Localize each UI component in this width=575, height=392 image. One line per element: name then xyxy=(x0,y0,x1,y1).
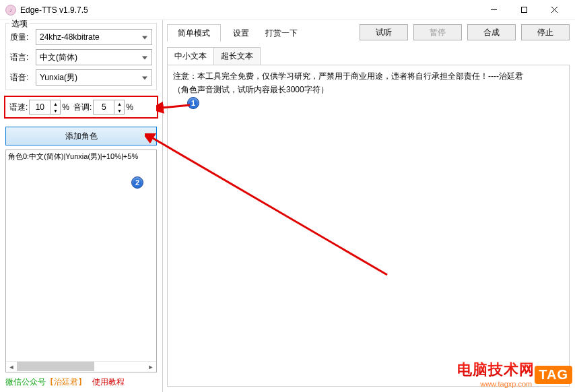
tab-label: 简单模式 xyxy=(178,28,210,39)
language-select[interactable]: 中文(简体) xyxy=(36,49,152,65)
scroll-thumb[interactable] xyxy=(17,362,94,371)
text-area[interactable]: 注意：本工具完全免费，仅供学习研究，严禁用于商业用途，违者将自行承担全部责任！-… xyxy=(167,65,570,387)
tab-donate[interactable]: 打赏一下 xyxy=(261,24,302,42)
watermark-url: www.tagxp.com xyxy=(480,380,532,388)
tab-label: 设置 xyxy=(233,28,249,39)
app-icon: ♪ xyxy=(5,5,16,15)
language-value: 中文(简体) xyxy=(40,52,77,63)
wechat-label: 微信公众号 xyxy=(5,377,46,387)
minimize-button[interactable] xyxy=(479,0,509,20)
tab-small-text[interactable]: 中小文本 xyxy=(168,48,214,65)
synthesize-button[interactable]: 合成 xyxy=(467,24,516,40)
text-line-1: 注意：本工具完全免费，仅供学习研究，严禁用于商业用途，违者将自行承担全部责任！-… xyxy=(173,69,564,83)
speed-down-icon[interactable]: ▼ xyxy=(50,107,60,114)
pitch-up-icon[interactable]: ▲ xyxy=(114,100,124,107)
quality-select[interactable]: 24khz-48kbitrate xyxy=(36,29,152,45)
scroll-left-icon[interactable]: ◄ xyxy=(6,362,17,372)
options-group-title: 选项 xyxy=(9,18,30,30)
text-line-2: （角色声音测试，试听内容最长3000字符） xyxy=(173,83,564,96)
close-button[interactable] xyxy=(539,0,570,20)
watermark: 电脑技术网 www.tagxp.com TAG xyxy=(457,360,572,389)
text-tabs: 中小文本 超长文本 xyxy=(167,47,261,65)
right-panel: 简单模式 设置 打赏一下 试听 暂停 合成 停止 中小文本 超长文本 注意：本工… xyxy=(163,20,575,392)
pitch-spinner[interactable]: ▲ ▼ xyxy=(93,100,125,115)
speed-label: 语速: xyxy=(8,102,29,113)
window-controls xyxy=(479,0,570,20)
tab-settings[interactable]: 设置 xyxy=(221,24,261,42)
preview-button[interactable]: 试听 xyxy=(360,24,408,40)
watermark-badge: TAG xyxy=(535,366,572,384)
list-item[interactable]: 角色0:中文(简体)|Yunxia(男)|+10%|+5% xyxy=(6,150,156,163)
tab-label: 打赏一下 xyxy=(265,28,298,39)
tab-simple-mode[interactable]: 简单模式 xyxy=(167,24,221,42)
language-label: 语言: xyxy=(10,52,36,63)
pitch-unit: % xyxy=(125,102,136,112)
button-label: 试听 xyxy=(376,27,392,38)
maximize-button[interactable] xyxy=(509,0,539,20)
voice-value: Yunxia(男) xyxy=(40,72,77,84)
scroll-track[interactable] xyxy=(17,362,145,372)
pitch-down-icon[interactable]: ▼ xyxy=(114,107,124,114)
speed-input[interactable] xyxy=(30,102,50,112)
quality-value: 24khz-48kbitrate xyxy=(40,32,100,42)
speed-up-icon[interactable]: ▲ xyxy=(50,100,60,107)
tab-label: 中小文本 xyxy=(174,51,207,61)
action-bar: 简单模式 设置 打赏一下 试听 暂停 合成 停止 xyxy=(167,24,570,44)
speed-unit: % xyxy=(61,102,72,112)
title-bar: ♪ Edge-TTS v1.9.7.5 xyxy=(0,0,575,20)
pitch-label: 音调: xyxy=(72,102,93,113)
horizontal-scrollbar[interactable]: ◄ ► xyxy=(6,361,156,372)
mode-tabs: 简单模式 设置 打赏一下 xyxy=(167,24,302,42)
button-label: 暂停 xyxy=(430,27,446,38)
author-link[interactable]: 【治廷君】 xyxy=(46,377,86,387)
callout-1: 1 xyxy=(187,97,199,109)
button-label: 合成 xyxy=(483,27,500,38)
add-role-button[interactable]: 添加角色 xyxy=(5,127,157,145)
options-group: 选项 质量: 24khz-48kbitrate 语言: 中文(简体) 语音: Y… xyxy=(5,23,157,90)
pitch-input[interactable] xyxy=(94,102,114,112)
add-role-label: 添加角色 xyxy=(65,131,98,142)
speed-spinner[interactable]: ▲ ▼ xyxy=(29,100,61,115)
speed-pitch-row: 语速: ▲ ▼ % 音调: ▲ ▼ % xyxy=(4,96,158,119)
callout-2: 2 xyxy=(131,176,143,189)
voice-label: 语音: xyxy=(10,72,36,84)
tab-label: 超长文本 xyxy=(221,51,253,61)
main-layout: 选项 质量: 24khz-48kbitrate 语言: 中文(简体) 语音: Y… xyxy=(0,20,575,392)
text-content: 注意：本工具完全免费，仅供学习研究，严禁用于商业用途，违者将自行承担全部责任！-… xyxy=(173,69,564,97)
watermark-text: 电脑技术网 xyxy=(457,360,535,380)
tab-long-text[interactable]: 超长文本 xyxy=(214,48,260,65)
stop-button[interactable]: 停止 xyxy=(521,24,570,40)
voice-select[interactable]: Yunxia(男) xyxy=(36,69,152,86)
pause-button[interactable]: 暂停 xyxy=(413,24,462,40)
svg-rect-1 xyxy=(522,7,527,13)
window-title: Edge-TTS v1.9.7.5 xyxy=(20,5,479,15)
tutorial-link[interactable]: 使用教程 xyxy=(92,377,125,387)
left-panel: 选项 质量: 24khz-48kbitrate 语言: 中文(简体) 语音: Y… xyxy=(0,20,163,392)
quality-label: 质量: xyxy=(10,32,36,43)
footer-links: 微信公众号【治廷君】 使用教程 xyxy=(0,372,162,392)
scroll-right-icon[interactable]: ► xyxy=(145,362,156,372)
button-label: 停止 xyxy=(537,27,553,38)
